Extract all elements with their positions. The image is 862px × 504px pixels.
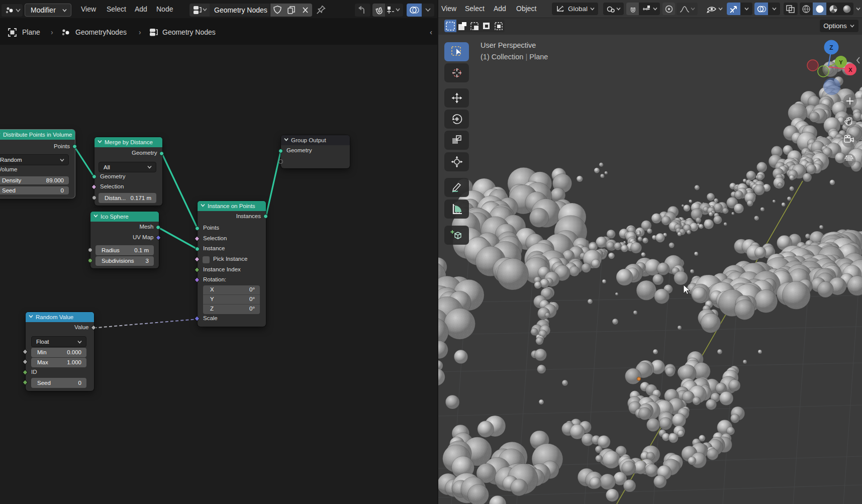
- svg-text:Z: Z: [829, 44, 833, 51]
- svg-text:Y: Y: [839, 59, 843, 65]
- svg-text:X: X: [848, 67, 852, 73]
